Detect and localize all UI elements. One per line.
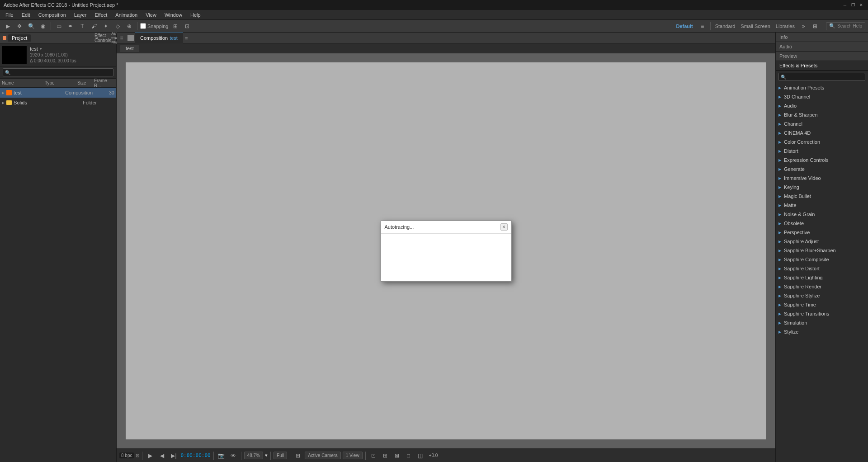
eraser-tool[interactable]: ◇ (113, 21, 123, 31)
workspace-expand[interactable]: » (798, 21, 808, 31)
effect-stylize[interactable]: ▶ Stylize (776, 327, 868, 336)
view-count-control[interactable]: 1 View (343, 452, 363, 459)
workspace-menu-icon[interactable]: ≡ (698, 21, 708, 31)
project-item-test[interactable]: ▶ test Composition 30 (0, 88, 116, 98)
show-snapshot-button[interactable]: 👁 (228, 451, 238, 461)
window-controls[interactable]: ─ ❐ ✕ (842, 2, 864, 8)
brush-tool[interactable]: 🖌 (89, 21, 99, 31)
project-search-box[interactable]: 🔍 (3, 68, 113, 76)
clone-tool[interactable]: ✦ (101, 21, 111, 31)
effect-sapphire-render[interactable]: ▶ Sapphire Render (776, 282, 868, 291)
info-tab[interactable]: Info (776, 33, 868, 42)
menu-composition[interactable]: Composition (35, 11, 70, 19)
menu-animation[interactable]: Animation (112, 11, 141, 19)
effect-3d-channel[interactable]: ▶ 3D Channel (776, 92, 868, 101)
prop-tool[interactable]: ⊡ (182, 21, 192, 31)
effect-sapphire-blur[interactable]: ▶ Sapphire Blur+Sharpen (776, 246, 868, 255)
transparency-btn[interactable]: □ (404, 451, 414, 461)
project-tab[interactable]: Project (8, 34, 31, 42)
preview-tab[interactable]: Preview (776, 52, 868, 61)
effect-sapphire-transitions[interactable]: ▶ Sapphire Transitions (776, 309, 868, 318)
effect-perspective[interactable]: ▶ Perspective (776, 228, 868, 237)
effect-sapphire-adjust[interactable]: ▶ Sapphire Adjust (776, 237, 868, 246)
restore-button[interactable]: ❐ (850, 2, 856, 8)
exposure-control[interactable]: +0.0 (427, 453, 440, 458)
text-tool[interactable]: T (77, 21, 87, 31)
effect-generate[interactable]: ▶ Generate (776, 165, 868, 174)
menu-window[interactable]: Window (161, 11, 186, 19)
menu-file[interactable]: File (2, 11, 17, 19)
comp-tab-test[interactable]: Composition test (135, 33, 183, 43)
viewer-timecode[interactable]: 0:00:00:00 (180, 453, 210, 458)
rectangle-tool[interactable]: ▭ (54, 21, 64, 31)
viewer-toggle[interactable]: ⊞ (810, 21, 820, 31)
effect-matte[interactable]: ▶ Matte (776, 201, 868, 210)
menu-view[interactable]: View (142, 11, 160, 19)
close-button[interactable]: ✕ (858, 2, 864, 8)
col-frame-header[interactable]: Frame R... (94, 78, 114, 88)
effect-sapphire-lighting[interactable]: ▶ Sapphire Lighting (776, 273, 868, 282)
zoom-tool[interactable]: 🔍 (26, 21, 36, 31)
search-bar[interactable]: 🔍 Search Help (826, 22, 865, 30)
color-depth-control[interactable]: 8 bpc (119, 453, 134, 458)
snapping-toggle[interactable]: Snapping (140, 23, 169, 29)
col-name-header[interactable]: Name (2, 80, 36, 85)
effect-immersive[interactable]: ▶ Immersive Video (776, 174, 868, 183)
menu-effect[interactable]: Effect (91, 11, 111, 19)
fast-preview-control[interactable]: ⊡ (136, 453, 139, 458)
effect-obsolete[interactable]: ▶ Obsolete (776, 219, 868, 228)
puppet-tool[interactable]: ⊕ (124, 21, 134, 31)
effect-keying[interactable]: ▶ Keying (776, 183, 868, 192)
effects-presets-tab[interactable]: Effects & Presets (776, 61, 868, 71)
effect-audio[interactable]: ▶ Audio (776, 101, 868, 110)
effect-color-correction[interactable]: ▶ Color Correction (776, 137, 868, 146)
col-size-header[interactable]: Size (77, 80, 93, 85)
step-back-button[interactable]: ◀ (157, 451, 167, 461)
effect-noise-grain[interactable]: ▶ Noise & Grain (776, 210, 868, 219)
effect-controls-tab[interactable]: Effect Controls Auto-traced Blac... (104, 33, 113, 43)
snapping-options[interactable]: ⊞ (170, 21, 180, 31)
effect-sapphire-distort[interactable]: ▶ Sapphire Distort (776, 264, 868, 273)
effect-sapphire-stylize[interactable]: ▶ Sapphire Stylize (776, 291, 868, 300)
pen-tool[interactable]: ✒ (66, 21, 75, 31)
workspace-small-screen[interactable]: Small Screen (739, 24, 772, 29)
effect-expression[interactable]: ▶ Expression Controls (776, 156, 868, 165)
3d-view-btn[interactable]: ⊠ (392, 451, 402, 461)
col-type-header[interactable]: Type (45, 80, 76, 85)
camera-tools[interactable]: ◉ (38, 21, 48, 31)
comp-tab-menu[interactable]: ≡ (185, 35, 188, 41)
modal-close-button[interactable]: × (500, 223, 508, 231)
effects-search-input[interactable] (778, 73, 865, 81)
menu-edit[interactable]: Edit (18, 11, 34, 19)
step-fwd-button[interactable]: ▶| (169, 451, 179, 461)
audio-tab[interactable]: Audio (776, 42, 868, 52)
zoom-dropdown[interactable]: ▾ (265, 453, 268, 458)
effect-cinema4d[interactable]: ▶ CINEMA 4D (776, 128, 868, 137)
comp-panel-icon[interactable]: ≡ (117, 33, 127, 43)
effect-simulation[interactable]: ▶ Simulation (776, 318, 868, 327)
effect-animation-presets[interactable]: ▶ Animation Presets (776, 83, 868, 92)
region-btn[interactable]: ⊞ (293, 451, 303, 461)
effect-magic-bullet[interactable]: ▶ Magic Bullet (776, 192, 868, 201)
quality-control[interactable]: Full (274, 452, 287, 459)
project-dropdown[interactable]: ▾ (40, 47, 42, 51)
effect-blur-sharpen[interactable]: ▶ Blur & Sharpen (776, 110, 868, 119)
menu-help[interactable]: Help (187, 11, 204, 19)
workspace-default[interactable]: Default (673, 24, 695, 29)
grid-btn[interactable]: ⊞ (380, 451, 390, 461)
workspace-standard[interactable]: Standard (713, 24, 737, 29)
workspace-libraries[interactable]: Libraries (774, 24, 797, 29)
effect-distort[interactable]: ▶ Distort (776, 146, 868, 156)
zoom-control[interactable]: 48.7% (244, 452, 263, 459)
pixel-aspect-btn[interactable]: ◫ (415, 451, 425, 461)
snapshot-button[interactable]: 📷 (217, 451, 226, 461)
hand-tool[interactable]: ✥ (14, 21, 24, 31)
menu-layer[interactable]: Layer (71, 11, 90, 19)
minimize-button[interactable]: ─ (842, 2, 848, 8)
effect-sapphire-time[interactable]: ▶ Sapphire Time (776, 300, 868, 309)
effect-channel[interactable]: ▶ Channel (776, 119, 868, 128)
view-control[interactable]: Active Camera (305, 452, 341, 459)
snapping-checkbox[interactable] (140, 23, 146, 29)
select-tool[interactable]: ▶ (3, 21, 13, 31)
project-item-solids[interactable]: ▶ Solids Folder (0, 98, 116, 108)
